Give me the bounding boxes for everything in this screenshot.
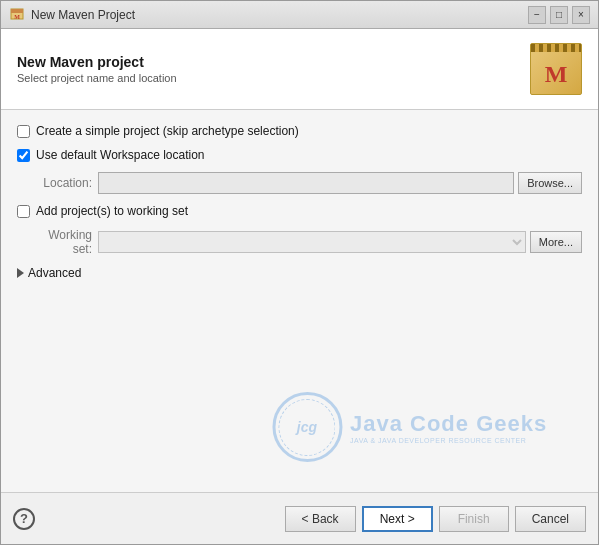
watermark: jcg Java Code Geeks Java & Java Develope… xyxy=(272,392,547,462)
working-set-row: Working set: More... xyxy=(27,228,582,256)
back-button[interactable]: < Back xyxy=(285,506,356,532)
page-subtitle: Select project name and location xyxy=(17,72,177,84)
header-section: New Maven project Select project name an… xyxy=(1,29,598,110)
dialog-content: New Maven project Select project name an… xyxy=(1,29,598,544)
simple-project-label[interactable]: Create a simple project (skip archetype … xyxy=(36,124,299,138)
jcg-main-text: Java Code Geeks xyxy=(350,411,547,437)
main-window: M New Maven Project − □ × New Maven proj… xyxy=(0,0,599,545)
more-button[interactable]: More... xyxy=(530,231,582,253)
simple-project-row: Create a simple project (skip archetype … xyxy=(17,124,582,138)
title-bar: M New Maven Project − □ × xyxy=(1,1,598,29)
working-set-select[interactable] xyxy=(98,231,526,253)
maximize-button[interactable]: □ xyxy=(550,6,568,24)
simple-project-checkbox[interactable] xyxy=(17,125,30,138)
cancel-button[interactable]: Cancel xyxy=(515,506,586,532)
window-controls: − □ × xyxy=(528,6,590,24)
window-title: New Maven Project xyxy=(31,8,522,22)
finish-button[interactable]: Finish xyxy=(439,506,509,532)
svg-rect-1 xyxy=(11,9,23,13)
add-working-set-checkbox[interactable] xyxy=(17,205,30,218)
advanced-row[interactable]: Advanced xyxy=(17,266,582,280)
bottom-bar: ? < Back Next > Finish Cancel xyxy=(1,492,598,544)
minimize-button[interactable]: − xyxy=(528,6,546,24)
add-working-set-label[interactable]: Add project(s) to working set xyxy=(36,204,188,218)
location-row: Location: Browse... xyxy=(27,172,582,194)
jcg-circle-logo: jcg xyxy=(272,392,342,462)
jcg-sub-text: Java & Java Developer Resource Center xyxy=(350,437,547,444)
svg-text:M: M xyxy=(14,14,20,20)
working-set-label: Working set: xyxy=(27,228,92,256)
advanced-label: Advanced xyxy=(28,266,81,280)
working-set-input-container: More... xyxy=(98,231,582,253)
page-title: New Maven project xyxy=(17,54,177,70)
advanced-triangle-icon xyxy=(17,268,24,278)
next-button[interactable]: Next > xyxy=(362,506,433,532)
browse-button[interactable]: Browse... xyxy=(518,172,582,194)
location-input[interactable] xyxy=(98,172,514,194)
location-input-container: Browse... xyxy=(98,172,582,194)
default-workspace-checkbox[interactable] xyxy=(17,149,30,162)
window-icon: M xyxy=(9,7,25,23)
navigation-buttons: < Back Next > Finish Cancel xyxy=(285,506,586,532)
jcg-text-logo: Java Code Geeks Java & Java Developer Re… xyxy=(350,411,547,444)
default-workspace-row: Use default Workspace location xyxy=(17,148,582,162)
close-button[interactable]: × xyxy=(572,6,590,24)
location-label: Location: xyxy=(27,176,92,190)
default-workspace-label[interactable]: Use default Workspace location xyxy=(36,148,205,162)
working-set-checkbox-row: Add project(s) to working set xyxy=(17,204,582,218)
form-area: Create a simple project (skip archetype … xyxy=(1,110,598,492)
maven-icon: M xyxy=(530,43,582,95)
help-button[interactable]: ? xyxy=(13,508,35,530)
header-text: New Maven project Select project name an… xyxy=(17,54,177,84)
